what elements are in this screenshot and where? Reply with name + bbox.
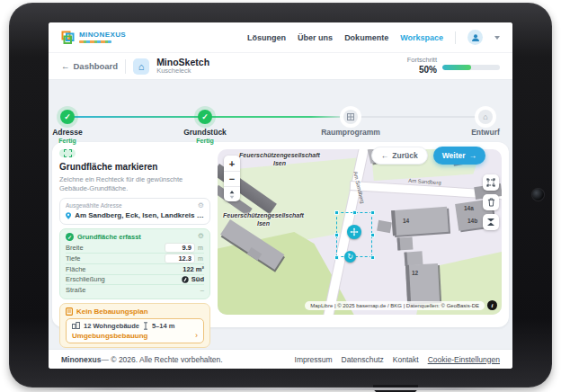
tiefe-input[interactable] (165, 254, 195, 263)
delete-tool-button[interactable] (483, 194, 499, 210)
page-subtitle: Kuscheleck (156, 67, 209, 75)
trash-icon (487, 198, 495, 207)
person-icon (471, 33, 480, 42)
sidebar-panel: Grundfläche markieren Zeichne ein Rechte… (59, 149, 210, 320)
gear-icon[interactable]: ⚙ (198, 202, 204, 209)
nav-link-ueber-uns[interactable]: Über uns (298, 33, 333, 42)
footer-link-datenschutz[interactable]: Datenschutz (342, 355, 384, 364)
select-rectangle-tool-button[interactable] (483, 174, 499, 191)
resize-handle[interactable] (334, 210, 339, 215)
merge-tool-button[interactable] (483, 214, 499, 230)
house-number: 14a (464, 205, 474, 211)
house-icon: ⌂ (138, 61, 145, 72)
resize-handle[interactable] (334, 233, 339, 237)
brand-name: MINONEXUS (79, 31, 126, 39)
footprint-selection-rect[interactable]: ↻ (336, 212, 372, 257)
step-grundstueck[interactable]: ✓ Grundstück Fertig (165, 110, 245, 145)
rotate-icon: ↻ (347, 253, 353, 261)
next-button[interactable]: Weiter → (433, 147, 485, 165)
compass-icon (182, 276, 189, 283)
captured-title: Grundfläche erfasst (77, 233, 141, 241)
map-attribution: MapLibre | © 2025 basemap.de / BKG | Dat… (305, 300, 497, 310)
pitch-icon (228, 191, 236, 199)
arrow-left-icon: ← (61, 61, 70, 71)
footer: Minonexus — © 2026. Alle Rechte vorbehal… (49, 349, 512, 369)
step-entwurf[interactable]: ⌂ Entwurf (445, 110, 512, 145)
select-rectangle-icon (486, 178, 495, 187)
umgebungsbebauung-button[interactable]: 12 Wohngebäude 5–14 m Umgebungsbebauung (66, 318, 204, 343)
collapse-icon (486, 218, 495, 227)
app-screen: MINONEXUS Lösungen Über uns Dokumente Wo… (49, 22, 512, 369)
bebauungsplan-title: Kein Bebauungsplan (76, 307, 148, 316)
progress-value: 50% (407, 65, 437, 76)
map-building (397, 236, 414, 250)
tablet-camera (532, 189, 544, 200)
subheader: ← Dashboard ⌂ MinoSketch Kuscheleck Fort… (49, 53, 512, 80)
resize-handle[interactable] (352, 210, 357, 215)
erschliessung-value: Süd (191, 275, 204, 283)
resize-handle[interactable] (334, 255, 339, 260)
rotate-handle-button[interactable]: ↻ (344, 251, 356, 263)
attribution-text: MapLibre | © 2025 basemap.de / BKG | Dat… (305, 301, 485, 310)
footer-link-impressum[interactable]: Impressum (295, 355, 333, 364)
footer-brand: Minonexus (61, 355, 101, 364)
tablet-port (373, 385, 418, 392)
gear-icon[interactable]: ⚙ (198, 233, 204, 240)
move-handle-button[interactable] (347, 225, 361, 239)
map-toolbar (483, 174, 499, 230)
stat-buildings: 12 Wohngebäude (84, 322, 139, 330)
info-icon[interactable]: i (487, 300, 497, 310)
check-icon: ✓ (201, 112, 209, 121)
back-to-dashboard-link[interactable]: ← Dashboard (61, 61, 118, 71)
resize-handle[interactable] (370, 233, 375, 237)
breite-input[interactable] (165, 243, 195, 253)
nav-link-loesungen[interactable]: Lösungen (247, 33, 286, 42)
height-icon (143, 322, 148, 330)
resize-handle[interactable] (370, 255, 375, 260)
row-flaeche: Fläche 122 m² (66, 263, 204, 274)
back-label: Dashboard (74, 61, 119, 71)
house-icon: ⌂ (483, 112, 487, 121)
mark-area-icon (59, 149, 76, 157)
nav-link-dokumente[interactable]: Dokumente (344, 33, 388, 42)
row-strasse: Straße – (66, 284, 204, 295)
house-number: 14b (468, 218, 477, 224)
panel-description: Zeichne ein Rechteck für die gewünschte … (59, 175, 210, 193)
street-label: Am Sandberg (408, 178, 441, 186)
address-card: Ausgewählte Adresse ⚙ Am Sandberg, Eck, … (59, 198, 210, 225)
footer-link-cookies[interactable]: Cookie-Einstellungen (428, 355, 500, 364)
arrow-left-icon: ← (381, 151, 389, 160)
poi-label: FeuerschützengesellschaftIsen (230, 152, 329, 168)
minosketch-app-icon: ⌂ (133, 58, 149, 75)
bebauungsplan-card: Kein Bebauungsplan 12 Wohngebäude (59, 303, 210, 348)
footer-copyright: — © 2026. Alle Rechte vorbehalten. (101, 355, 222, 364)
address-value: Am Sandberg, Eck, Isen, Landkreis Erding… (75, 211, 204, 219)
back-button[interactable]: ← Zurück (371, 147, 428, 165)
pitch-toggle-button[interactable] (224, 186, 240, 201)
check-icon: ✓ (64, 112, 71, 121)
brand-logo[interactable]: MINONEXUS (61, 31, 126, 45)
zoom-in-button[interactable]: + (224, 156, 240, 171)
map-canvas[interactable]: 22 14 14a 14b 12 Feuerschützengesellscha… (218, 149, 502, 315)
logo-tagline (79, 40, 111, 43)
umgebungsbebauung-link[interactable]: Umgebungsbebauung (72, 332, 147, 340)
step-adresse[interactable]: ✓ Adresse Fertig (49, 110, 108, 145)
arrow-right-icon: → (469, 151, 477, 160)
document-icon (66, 307, 73, 316)
step-raumprogramm[interactable]: Raumprogramm (310, 110, 391, 145)
chevron-down-icon[interactable] (494, 36, 500, 40)
buildings-icon (72, 322, 80, 329)
progress-bar (442, 65, 500, 70)
crop-icon (64, 149, 72, 157)
tablet-frame: MINONEXUS Lösungen Über uns Dokumente Wo… (9, 3, 552, 388)
nav-link-workspace[interactable]: Workspace (400, 33, 443, 42)
poi-label: FeuerschützengesellschaftIsen (218, 212, 313, 228)
zoom-out-button[interactable]: − (224, 171, 240, 186)
resize-handle[interactable] (370, 210, 375, 215)
progress-fill (442, 65, 471, 70)
footer-link-kontakt[interactable]: Kontakt (393, 355, 419, 364)
chevron-right-icon: › (195, 332, 198, 340)
avatar-button[interactable] (468, 30, 483, 45)
stepper-connector-line (71, 116, 485, 118)
main-area: ✓ Adresse Fertig ✓ Grundstück Fertig Rau… (49, 80, 512, 349)
